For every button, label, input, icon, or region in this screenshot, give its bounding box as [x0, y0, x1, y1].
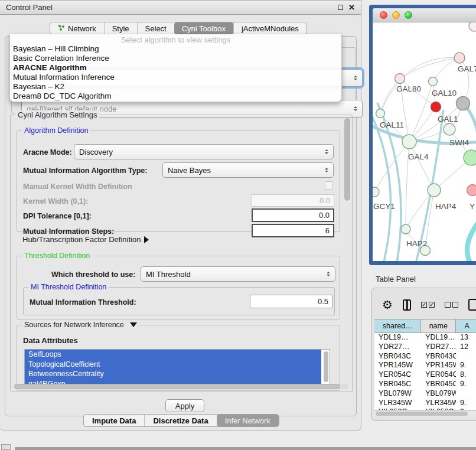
kernel-width-field[interactable]: 0.0: [252, 194, 334, 207]
column-header[interactable]: name: [421, 319, 456, 332]
hub-definition-expander[interactable]: Hub/Transcription Factor Definition: [22, 235, 152, 244]
columns-icon[interactable]: [403, 299, 411, 311]
dropdown-item[interactable]: Basic Correlation Inference: [10, 54, 341, 63]
network-node[interactable]: [457, 97, 470, 110]
network-node-y[interactable]: [467, 185, 476, 196]
table-row[interactable]: YBR045CYBR045C9.: [374, 380, 476, 389]
apply-button[interactable]: Apply: [165, 399, 204, 412]
cyni-settings-legend: Cyni Algorithm Settings: [15, 110, 99, 119]
network-node-gal4[interactable]: [402, 135, 416, 149]
network-window-titlebar[interactable]: [373, 8, 476, 22]
combo-arrows-icon: [354, 105, 357, 113]
tab-cyni-toolbox[interactable]: Cyni Toolbox: [174, 22, 233, 34]
tab-jactivemnodules[interactable]: jActiveMNodules: [233, 22, 307, 34]
mi-threshold-value: 0.5: [318, 297, 328, 306]
table-cell: YBR045C: [374, 380, 421, 389]
close-traffic-icon[interactable]: [380, 11, 387, 19]
network-edge[interactable]: [380, 79, 400, 113]
network-node-gal11[interactable]: [376, 109, 385, 118]
table-horizontal-scrollbar[interactable]: [374, 410, 476, 416]
combo-arrows-icon: [354, 74, 357, 82]
data-attributes-label: Data Attributes: [23, 336, 78, 345]
dropdown-item[interactable]: ARACNE Algorithm: [10, 63, 341, 73]
dropdown-item[interactable]: Bayesian – Hill Climbing: [10, 44, 341, 54]
cyni-bottom-tabs: Impute DataDiscretize DataInfer Network: [83, 414, 279, 427]
combo-arrows-icon: [325, 166, 328, 174]
settings-vertical-scrollbar[interactable]: [344, 118, 350, 387]
column-header[interactable]: shared…: [374, 319, 421, 332]
minimize-traffic-icon[interactable]: [392, 11, 400, 19]
network-node-gal7[interactable]: [454, 53, 465, 63]
dropdown-item[interactable]: Dream8 DC_TDC Algorithm: [10, 92, 341, 101]
expand-right-icon: [144, 236, 152, 243]
table-row[interactable]: YDR27…YDR27…12: [374, 343, 476, 352]
table-cell: YBL079W: [421, 389, 456, 399]
network-node-hap2[interactable]: [401, 224, 410, 234]
list-scrollbar[interactable]: [324, 351, 328, 382]
attribute-item[interactable]: TopologicalCoefficient: [25, 360, 321, 370]
network-node-gal1[interactable]: [444, 123, 455, 135]
table-cell: 8.: [456, 370, 476, 380]
panel-title: Control Panel: [6, 3, 53, 12]
node-table: shared…nameA YDL19…YDL19…13YDR27…YDR27…1…: [374, 319, 476, 410]
table-row[interactable]: YIL052CYIL052C9: [374, 407, 476, 410]
which-threshold-label: Which threshold to use:: [51, 270, 135, 279]
gear-icon[interactable]: ⚙: [382, 299, 393, 311]
float-window-icon[interactable]: [338, 5, 343, 10]
table-toolbar: ⚙ ✓✓: [372, 293, 476, 317]
mi-type-combo[interactable]: Naive Bayes: [162, 162, 334, 178]
dropdown-item[interactable]: Bayesian – K2: [10, 82, 341, 92]
collapsed-panel-chip[interactable]: [1, 444, 11, 450]
table-row[interactable]: YBR043CYBR043C: [374, 352, 476, 361]
attribute-item[interactable]: SelfLoops: [25, 350, 321, 360]
table-cell: [456, 389, 476, 399]
control-panel-tabs: NetworkStyleSelectCyni ToolboxjActiveMNo…: [50, 22, 307, 35]
dpi-tolerance-field[interactable]: 0.0: [252, 208, 334, 222]
table-row[interactable]: YER054CYER054C8.: [374, 370, 476, 380]
network-node-hap4[interactable]: [428, 184, 441, 197]
close-icon[interactable]: ✕: [348, 4, 355, 11]
aracne-mode-value: Discovery: [79, 148, 113, 156]
tab-label: Select: [145, 24, 167, 33]
network-node-gcy1[interactable]: [373, 187, 379, 197]
dropdown-item[interactable]: Mutual Information Inference: [10, 73, 341, 82]
network-node-label: GCY1: [373, 202, 395, 211]
which-threshold-combo[interactable]: MI Threshold: [141, 266, 335, 282]
zoom-traffic-icon[interactable]: [405, 11, 412, 19]
mi-steps-field[interactable]: 6: [252, 224, 334, 237]
table-row[interactable]: YLR345WYLR345W9.: [374, 399, 476, 408]
network-node[interactable]: [431, 102, 441, 112]
deselect-all-checks-icon[interactable]: [445, 302, 458, 308]
data-attributes-list[interactable]: SelfLoopsTopologicalCoefficientBetweenne…: [24, 349, 330, 388]
bottom-tab-infer-network[interactable]: Infer Network: [217, 415, 279, 426]
table-row[interactable]: YDL19…YDL19…13: [374, 333, 476, 343]
mi-threshold-group: MI Threshold Definition Mutual Informati…: [23, 287, 335, 315]
network-edge[interactable]: [467, 219, 476, 261]
attribute-item[interactable]: BetweennessCentrality: [25, 369, 321, 379]
network-edge[interactable]: [374, 142, 409, 192]
network-node-gal80[interactable]: [395, 74, 405, 84]
settings-horizontal-scrollbar[interactable]: [14, 384, 348, 389]
select-all-checks-icon[interactable]: ✓✓: [421, 302, 435, 308]
network-edge[interactable]: [409, 142, 434, 190]
network-node-gal10[interactable]: [429, 77, 438, 86]
tab-style[interactable]: Style: [104, 22, 137, 34]
manual-kernel-checkbox[interactable]: [325, 181, 333, 190]
aracne-mode-combo[interactable]: Discovery: [74, 144, 334, 159]
sources-legend[interactable]: Sources for Network Inference: [22, 321, 139, 329]
bottom-tab-discretize-data[interactable]: Discretize Data: [144, 415, 216, 426]
network-node[interactable]: [469, 22, 476, 31]
network-node-swi4[interactable]: [464, 150, 476, 165]
bottom-tab-impute-data[interactable]: Impute Data: [84, 415, 144, 426]
tab-select[interactable]: Select: [137, 22, 174, 34]
column-header[interactable]: A: [456, 319, 476, 332]
table-row[interactable]: YPR145WYPR145W9.: [374, 361, 476, 370]
control-panel-titlebar[interactable]: Control Panel ✕: [0, 1, 361, 15]
mi-threshold-field[interactable]: 0.5: [250, 295, 332, 308]
network-canvas[interactable]: GAL7GAL80GAL10GAL1GAL11SWI4GAL4GCY1HAP4Y…: [373, 22, 476, 261]
table-function-icon[interactable]: [468, 299, 476, 311]
mi-threshold-legend: MI Threshold Definition: [28, 283, 109, 291]
tab-network[interactable]: Network: [50, 22, 104, 34]
table-cell: 13: [456, 333, 476, 343]
table-row[interactable]: YBL079WYBL079W: [374, 389, 476, 399]
